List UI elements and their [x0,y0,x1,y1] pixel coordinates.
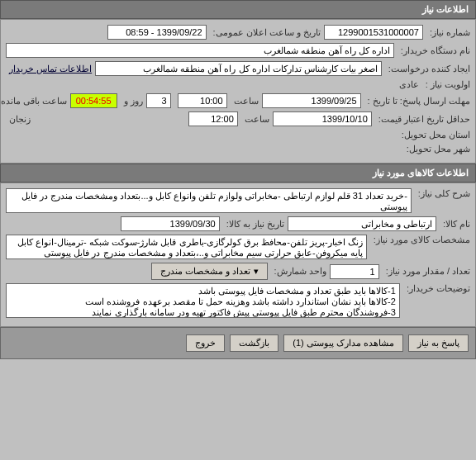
announce-label: تاریخ و ساعت اعلان عمومی: [210,27,321,38]
deadline-date-field[interactable] [262,93,361,108]
notes-field[interactable] [6,283,400,318]
remain-suffix: ساعت باقی مانده [0,96,67,107]
delivery-city-label: شهر محل تحویل: [403,144,470,154]
qty-field[interactable] [330,264,379,279]
goods-name-field[interactable] [288,216,436,231]
goods-date-field[interactable] [121,216,220,231]
contact-link[interactable]: اطلاعات تماس خریدار [6,64,92,74]
buyer-org-label: نام دستگاه خریدار: [397,45,470,56]
validity-date-field[interactable] [273,111,372,126]
qty-label: تعداد / مقدار مورد نیاز: [383,266,470,277]
section1-body: شماره نیاز: تاریخ و ساعت اعلان عمومی: نا… [0,19,476,164]
section2-title: اطلاعات کالاهای مورد نیاز [373,168,469,178]
unit-label: واحد شمارش: [271,266,326,277]
priority-label: اولویت نیاز : [422,79,470,90]
validity-label: حداقل تاریخ اعتبار قیمت: [375,114,470,125]
announce-field[interactable] [107,25,207,40]
spec-field[interactable] [6,235,367,259]
desc-label: شرح کلی نیاز: [415,188,470,199]
spec-label: مشخصات کالای مورد نیاز: [370,235,470,245]
goods-name-label: نام کالا: [440,219,470,230]
validity-time-field[interactable] [188,111,238,126]
creator-field[interactable] [95,61,382,76]
zanjan-label: زنجان [6,114,31,125]
creator-label: ایجاد کننده درخواست: [385,64,470,74]
deadline-time-field[interactable] [178,93,227,108]
section2-body: شرح کلی نیاز: نام کالا: تاریخ نیاز به کا… [0,183,476,327]
back-button[interactable]: بازگشت [230,334,278,352]
delivery-province-label: استان محل تحویل: [398,130,470,140]
need-number-label: شماره نیاز: [426,27,470,38]
days-remain-field[interactable] [146,93,171,108]
section2-header: اطلاعات کالاهای مورد نیاز [0,164,476,183]
view-attachments-button[interactable]: مشاهده مدارک پیوستی (1) [283,334,403,352]
time-label-2: ساعت [241,114,269,125]
days-suffix: روز و [121,96,143,107]
goods-date-label: تاریخ نیاز به کالا: [223,219,284,230]
desc-field[interactable] [6,188,412,213]
section1-title: اطلاعات نیاز [422,4,469,14]
need-number-field[interactable] [324,25,423,40]
section1-header: اطلاعات نیاز [0,0,476,19]
time-label-1: ساعت [231,96,259,107]
countdown: 00:54:55 [70,93,117,108]
buyer-org-field[interactable] [6,43,394,58]
bottom-bar: پاسخ به نیاز مشاهده مدارک پیوستی (1) باز… [0,327,476,359]
priority-value: عادی [396,79,419,90]
deadline-label: مهلت ارسال پاسخ: تا تاریخ : [364,96,470,107]
exit-button[interactable]: خروج [186,334,225,352]
respond-button[interactable]: پاسخ به نیاز [408,334,469,352]
unit-dropdown-button[interactable]: ▾ تعداد و مشخصات مندرج [151,263,267,280]
notes-label: توضیحات خریدار: [403,283,470,294]
